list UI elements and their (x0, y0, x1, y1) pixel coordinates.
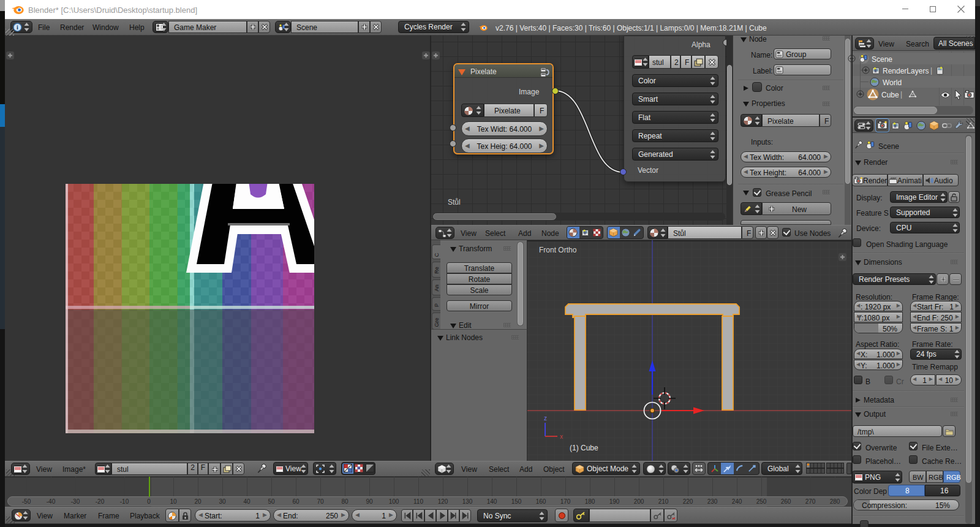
svg-text:z: z (544, 415, 547, 422)
svg-text:i: i (17, 24, 18, 31)
svg-text:(1) Cube: (1) Cube (570, 444, 598, 452)
svg-text:x: x (560, 433, 563, 440)
svg-text:Front Ortho: Front Ortho (539, 246, 577, 254)
